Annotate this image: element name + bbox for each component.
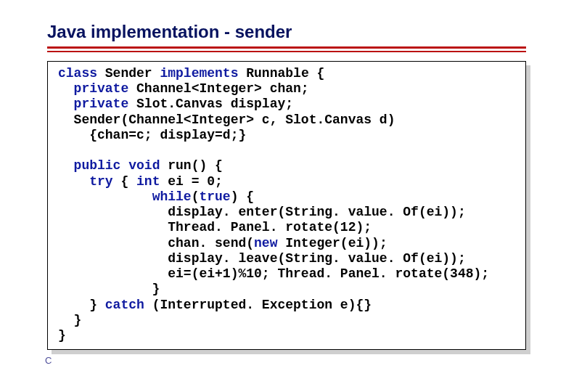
kw-private1: private [74, 81, 129, 96]
code-l6a [120, 158, 128, 173]
kw-implements: implements [160, 66, 238, 81]
code-l7a: { [113, 174, 136, 189]
code-l6b: run() { [160, 158, 222, 173]
code-l1a: Sender [97, 66, 160, 81]
code-l5: {chan=c; display=d;} [58, 128, 246, 142]
kw-try: try [89, 174, 112, 189]
code-l3: Slot.Canvas display; [128, 97, 293, 111]
code-l4: Sender(Channel<Integer> c, Slot.Canvas d… [58, 113, 395, 127]
code-l11b: Integer(ei)); [277, 236, 387, 250]
kw-public: public [74, 158, 121, 173]
kw-class: class [58, 66, 97, 81]
code-l12: display. leave(String. value. Of(ei)); [58, 251, 466, 266]
code-box-container: class Sender implements Runnable { priva… [47, 61, 526, 350]
kw-while: while [152, 189, 192, 204]
code-l15a: } [58, 298, 105, 312]
kw-void: void [128, 158, 160, 173]
code-l15b: (Interrupted. Exception e){} [144, 298, 372, 312]
kw-int: int [136, 174, 160, 189]
code-l11: chan. send( [58, 236, 254, 250]
rule-thick [47, 46, 526, 49]
code-l14: } [58, 282, 160, 296]
code-l16: } [58, 313, 81, 327]
kw-catch: catch [105, 298, 144, 312]
kw-new: new [254, 236, 277, 250]
kw-true: true [199, 189, 230, 204]
slide-title: Java implementation - sender [47, 22, 526, 42]
kw-private2: private [74, 97, 129, 111]
code-l2: Channel<Integer> chan; [128, 81, 308, 96]
code-l10: Thread. Panel. rotate(12); [58, 220, 372, 234]
code-box: class Sender implements Runnable { priva… [47, 61, 526, 350]
code-l7b: ei = 0; [160, 174, 222, 189]
rule-thin [47, 51, 526, 52]
code-l17: } [58, 328, 66, 343]
code-l8b: ) { [231, 189, 254, 204]
copyright-fragment: C [45, 355, 52, 366]
code-l1b: Runnable { [238, 66, 324, 81]
code-l13: ei=(ei+1)%10; Thread. Panel. rotate(348)… [58, 266, 489, 281]
code-l8a: ( [192, 189, 200, 204]
code-l9: display. enter(String. value. Of(ei)); [58, 205, 466, 219]
